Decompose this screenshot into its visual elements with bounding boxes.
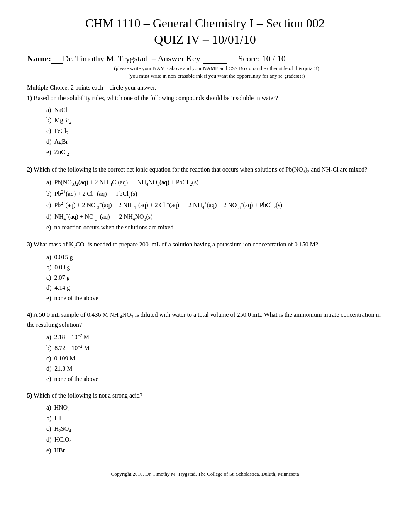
question-5: 5) Which of the following is not a stron… [27,391,383,456]
question-3-option-2: b) 0.03 g [46,262,383,272]
question-3-option-3: c) 2.07 g [46,273,383,283]
question-1-option-4: d) AgBr [46,137,383,147]
footer: Copyright 2010, Dr. Timothy M. Trygstad,… [27,471,383,477]
question-3-option-4: d) 4.14 g [46,283,383,293]
question-2-options: a) Pb(NO3)2(aq) + 2 NH 4Cl(aq) NH4NO3(aq… [46,177,383,233]
question-4-option-4: d) 21.8 M [46,364,383,374]
name-value: Dr. Timothy M. Trygstad [63,54,148,64]
name-label: Name: [27,54,51,64]
score-value: 10 / 10 [262,54,286,63]
question-2-option-3: c) Pb2+(aq) + 2 NO 3−(aq) + 2 NH 4+(aq) … [46,200,383,211]
score-area: Score: 10 / 10 [238,54,286,64]
question-5-option-4: d) HClO4 [46,435,383,445]
question-1: 1) Based on the solubility rules, which … [27,93,383,158]
page-title: CHM 1110 – General Chemistry I – Section… [27,15,383,48]
question-3-text: 3) What mass of K2CO3 is needed to prepa… [27,240,383,250]
question-4-text: 4) A 50.0 mL sample of 0.436 M NH 4NO3 i… [27,310,383,330]
score-label: Score: [238,54,260,63]
question-2-option-5: e) no reaction occurs when the solutions… [46,223,383,233]
question-4: 4) A 50.0 mL sample of 0.436 M NH 4NO3 i… [27,310,383,384]
question-2-option-4: d) NH4+(aq) + NO 3−(aq) 2 NH4NO3(s) [46,211,383,223]
question-1-option-3: c) FeCl2 [46,126,383,137]
answer-key: – Answer Key [152,54,200,64]
question-3-options: a) 0.015 gb) 0.03 gc) 2.07 gd) 4.14 ge) … [46,252,383,303]
question-3: 3) What mass of K2CO3 is needed to prepa… [27,240,383,303]
questions-container: 1) Based on the solubility rules, which … [27,93,383,456]
question-4-option-3: c) 0.109 M [46,354,383,364]
question-1-option-5: e) ZnCl2 [46,147,383,158]
question-1-option-2: b) MgBr2 [46,115,383,126]
note1: (please write your NAME above and your N… [50,65,383,72]
question-4-options: a) 2.18 10−2 Mb) 8.72 10−2 Mc) 0.109 Md)… [46,332,383,384]
question-5-option-2: b) HI [46,413,383,423]
question-5-text: 5) Which of the following is not a stron… [27,391,383,400]
question-4-option-5: e) none of the above [46,374,383,384]
note2: (you must write in non-erasable ink if y… [50,72,383,80]
question-5-option-5: e) HBr [46,445,383,456]
question-2-option-1: a) Pb(NO3)2(aq) + 2 NH 4Cl(aq) NH4NO3(aq… [46,177,383,188]
section-header: Multiple Choice: 2 points each – circle … [27,84,383,91]
question-5-option-1: a) HNO2 [46,403,383,413]
question-1-options: a) NaClb) MgBr2c) FeCl2d) AgBre) ZnCl2 [46,105,383,158]
question-2-option-2: b) Pb2+(aq) + 2 Cl −(aq) PbCl2(s) [46,189,383,200]
question-2-text: 2) Which of the following is the correct… [27,165,383,175]
question-4-option-1: a) 2.18 10−2 M [46,332,383,343]
question-4-option-2: b) 8.72 10−2 M [46,343,383,354]
question-5-options: a) HNO2b) HIc) H2SO4d) HClO4e) HBr [46,403,383,456]
question-2: 2) Which of the following is the correct… [27,165,383,233]
question-3-option-1: a) 0.015 g [46,252,383,262]
question-5-option-3: c) H2SO4 [46,424,383,435]
question-1-text: 1) Based on the solubility rules, which … [27,93,383,103]
question-3-option-5: e) none of the above [46,293,383,303]
name-line: Name: Dr. Timothy M. Trygstad – Answer K… [27,54,383,64]
question-1-option-1: a) NaCl [46,105,383,115]
